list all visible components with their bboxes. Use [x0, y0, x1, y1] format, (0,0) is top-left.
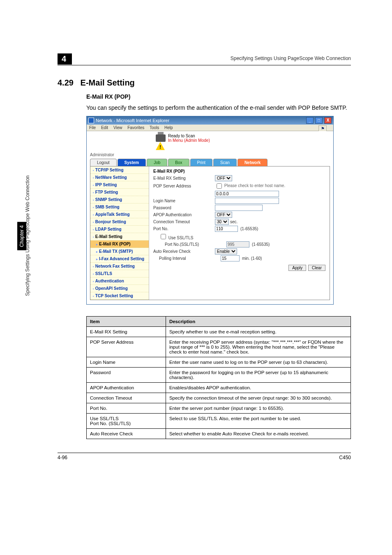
poll-input[interactable]	[221, 255, 240, 261]
sidebar-item[interactable]: AppleTalk Setting	[90, 211, 149, 218]
port-input[interactable]	[215, 226, 238, 232]
login-label: Login Name	[153, 199, 215, 203]
hostname-checkbox[interactable]	[217, 183, 222, 189]
sidebar-item[interactable]: SSL/TLS	[90, 270, 149, 278]
section-title: 4.29 E-Mail Setting	[58, 78, 351, 88]
sidebar-item[interactable]: I-Fax Advanced Setting	[90, 255, 149, 263]
apop-select[interactable]: OFF	[215, 212, 232, 218]
timeout-label: Connection Timeout	[153, 220, 215, 224]
section-number: 4.29	[58, 78, 74, 87]
table-cell-desc: Enables/disables APOP authentication.	[166, 382, 350, 393]
sidebar-item[interactable]: OpenAPI Setting	[90, 285, 149, 292]
admin-label: Administrator	[90, 153, 330, 157]
table-cell-desc: Select whether to enable Auto Receive Ch…	[166, 428, 350, 439]
footer-right: C450	[339, 455, 351, 460]
sidebar-item[interactable]: SNMP Setting	[90, 196, 149, 204]
ie-titlebar: Network - Microsoft Internet Explorer _ …	[87, 116, 333, 125]
sidebar-item[interactable]: E-Mail RX (POP)	[90, 240, 149, 248]
sidebar-item[interactable]: TCP Socket Setting	[90, 292, 149, 300]
table-cell-item: APOP Authentication	[87, 382, 166, 393]
running-head: Specifying Settings Using PageScope Web …	[231, 56, 351, 61]
sidebar-item[interactable]: SMB Setting	[90, 204, 149, 211]
maximize-button[interactable]: □	[315, 117, 323, 124]
ie-window: Network - Microsoft Internet Explorer _ …	[86, 116, 334, 305]
tabbar: Logout System Job Box Print Scan Network	[90, 159, 330, 166]
pop-server-label: POP Server Address	[153, 184, 215, 188]
caution-icon: !	[156, 142, 165, 150]
tab-scan[interactable]: Scan	[213, 159, 237, 166]
clear-button[interactable]: Clear	[308, 265, 325, 271]
port-label: Port No.	[153, 227, 215, 231]
description-table: Item Description E-Mail RX SettingSpecif…	[86, 316, 351, 439]
sidebar: TCP/IP SettingNetWare SettingIPP Setting…	[90, 166, 149, 300]
tab-logout[interactable]: Logout	[90, 159, 117, 166]
sidebar-item[interactable]: Authentication	[90, 278, 149, 285]
autorecv-label: Auto Receive Check	[153, 249, 215, 254]
usessl-checkbox[interactable]	[161, 234, 166, 239]
rx-setting-select[interactable]: OFF	[215, 175, 232, 181]
sidebar-item[interactable]: Network Fax Setting	[90, 263, 149, 270]
table-cell-item: E-Mail RX Setting	[87, 326, 166, 337]
running-rule	[58, 65, 351, 65]
ie-menubar: File Edit View Favorites Tools Help	[87, 125, 333, 131]
table-cell-desc: Enter the user name used to log on to th…	[166, 357, 350, 367]
menu-tools[interactable]: Tools	[150, 125, 159, 130]
tab-network[interactable]: Network	[238, 159, 267, 166]
table-head-item: Item	[87, 316, 166, 326]
tab-job[interactable]: Job	[147, 159, 167, 166]
menu-edit[interactable]: Edit	[101, 125, 108, 130]
table-cell-item: Connection Timeout	[87, 393, 166, 403]
sidebar-item[interactable]: E-Mail TX (SMTP)	[90, 248, 149, 255]
timeout-unit: sec.	[230, 220, 238, 224]
status-line-2: In Menu (Admin Mode)	[168, 138, 210, 143]
apply-button[interactable]: Apply	[288, 265, 306, 271]
table-cell-desc: Enter the password for logging on to the…	[166, 367, 350, 382]
chapter-tab: Chapter 4	[17, 222, 26, 250]
form-area: E-Mail RX (POP) E-Mail RX Setting OFF PO…	[149, 166, 330, 300]
sidebar-item[interactable]: E-Mail Setting	[90, 233, 149, 240]
table-head-desc: Description	[166, 316, 350, 326]
autorecv-select[interactable]: Enable	[215, 248, 237, 254]
sslport-input	[226, 241, 249, 247]
poll-label: Polling Interval	[153, 256, 221, 261]
login-input[interactable]	[215, 198, 279, 204]
usessl-label: Use SSL/TLS	[168, 236, 194, 240]
rx-setting-label: E-Mail RX Setting	[153, 176, 215, 180]
table-cell-desc: Enter the server port number (input rang…	[166, 403, 350, 413]
menu-view[interactable]: View	[113, 125, 122, 130]
table-cell-item: Port No.	[87, 403, 166, 413]
pop-server-input[interactable]	[215, 191, 279, 197]
chapter-mark: 4	[58, 53, 72, 65]
sidebar-item[interactable]: IPP Setting	[90, 181, 149, 189]
sidebar-item[interactable]: Bonjour Setting	[90, 218, 149, 226]
tab-box[interactable]: Box	[168, 159, 189, 166]
menu-file[interactable]: File	[89, 125, 96, 130]
close-button[interactable]: X	[324, 117, 332, 124]
footer-left: 4-96	[58, 455, 67, 460]
intro-text: You can specify the settings to perform …	[86, 104, 351, 112]
sidebar-item[interactable]: NetWare Setting	[90, 174, 149, 181]
table-cell-item: POP Server Address	[87, 337, 166, 357]
tab-print[interactable]: Print	[190, 159, 213, 166]
section-name: E-Mail Setting	[81, 78, 135, 87]
hostname-note: Please check to enter host name.	[224, 183, 285, 188]
status-line-1: Ready to Scan	[168, 134, 210, 138]
password-label: Password	[153, 206, 215, 210]
tab-system[interactable]: System	[118, 159, 146, 166]
sidebar-item[interactable]: FTP Setting	[90, 189, 149, 196]
table-cell-item: Auto Receive Check	[87, 428, 166, 439]
minimize-button[interactable]: _	[306, 117, 314, 124]
subheading: E-Mail RX (POP)	[86, 93, 351, 100]
ie-title-text: Network - Microsoft Internet Explorer	[96, 118, 169, 123]
sidebar-item[interactable]: TCP/IP Setting	[90, 166, 149, 174]
form-title: E-Mail RX (POP)	[153, 169, 325, 173]
sidebar-item[interactable]: LDAP Setting	[90, 226, 149, 233]
menu-help[interactable]: Help	[164, 125, 173, 130]
table-cell-item: Use SSL/TLS Port No. (SSL/TLS)	[87, 413, 166, 428]
table-cell-desc: Specify whether to use the e-mail recept…	[166, 326, 350, 337]
poll-range: min. (1-60)	[242, 256, 262, 261]
timeout-select[interactable]: 30	[215, 219, 229, 225]
table-cell-desc: Specify the connection timeout of the se…	[166, 393, 350, 403]
password-input[interactable]	[215, 205, 263, 211]
menu-favorites[interactable]: Favorites	[127, 125, 144, 130]
